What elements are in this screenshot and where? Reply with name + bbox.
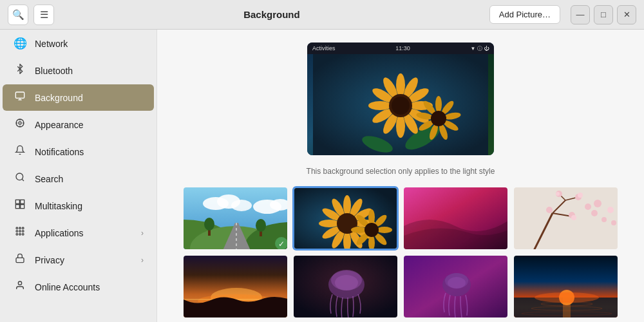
sidebar-item-multitasking[interactable]: Multitasking [3,193,154,219]
sidebar-item-appearance[interactable]: Appearance [3,111,154,138]
svg-point-91 [365,223,379,237]
sidebar-label-network: Network [35,39,144,49]
svg-point-108 [591,210,598,216]
titlebar-title: Background [59,9,484,20]
svg-point-123 [448,277,466,289]
close-button[interactable]: ✕ [617,5,636,24]
svg-point-38 [368,101,392,110]
svg-point-109 [601,217,607,222]
wallpaper-thumb-2[interactable] [292,186,399,251]
preview-image: Activities 11:30 ▼ ⓘ ⏻ [307,43,494,155]
sidebar-label-applications: Applications [35,228,133,238]
svg-point-18 [16,231,18,232]
activities-label: Activities [312,45,336,52]
svg-text:✓: ✓ [278,240,285,249]
svg-point-23 [22,233,24,235]
status-icons: ▼ ⓘ ⏻ [471,45,489,52]
wallpaper-thumb-3[interactable] [402,186,509,251]
svg-point-3 [19,122,21,124]
svg-point-79 [319,220,339,227]
svg-point-100 [556,192,560,196]
wallpaper-thumb-5[interactable] [182,254,289,319]
wallpaper-thumb-8[interactable] [513,254,619,319]
svg-point-87 [368,235,375,251]
main-container: 🌐 Network Bluetooth Background Appearanc… [0,30,644,322]
svg-point-103 [546,207,553,213]
appearance-icon [13,118,27,131]
titlebar-menu-button[interactable]: ☰ [33,5,54,25]
sidebar-label-multitasking: Multitasking [35,201,144,211]
sidebar-item-bluetooth[interactable]: Bluetooth [3,57,154,84]
titlebar-search-button[interactable]: 🔍 [8,5,28,25]
add-picture-button[interactable]: Add Picture… [489,5,560,24]
sidebar: 🌐 Network Bluetooth Background Appearanc… [0,30,157,322]
svg-point-9 [16,173,23,180]
network-icon: 🌐 [13,37,27,50]
wallpaper-thumb-4[interactable] [513,186,619,251]
sidebar-item-network[interactable]: 🌐 Network [3,30,154,57]
sidebar-item-notifications[interactable]: Notifications [3,138,154,165]
search-icon [13,172,27,185]
svg-point-110 [607,207,614,213]
svg-point-70 [343,195,351,216]
sidebar-item-background[interactable]: Background [3,84,154,111]
svg-rect-13 [15,205,19,209]
privacy-icon [13,253,27,267]
svg-point-107 [594,200,601,207]
svg-rect-0 [15,92,24,98]
content-area: Activities 11:30 ▼ ⓘ ⏻ [157,30,644,322]
svg-point-102 [578,193,583,198]
svg-point-29 [396,73,405,97]
svg-point-56 [231,200,252,211]
sidebar-label-search: Search [35,174,144,184]
svg-point-15 [16,227,18,229]
preview-caption: This background selection only applies t… [307,167,495,176]
wallpaper-thumb-6[interactable] [292,254,399,319]
svg-point-64 [204,218,214,231]
sidebar-item-online-accounts[interactable]: Online Accounts [3,274,154,300]
wallpaper-thumb-7[interactable] [402,254,509,319]
minimize-button[interactable]: — [571,5,590,24]
sidebar-label-online-accounts: Online Accounts [35,282,144,292]
applications-chevron-icon: › [141,229,144,238]
svg-point-85 [377,227,392,233]
svg-point-52 [431,111,446,126]
background-icon [13,91,27,104]
svg-rect-11 [15,200,19,204]
svg-line-10 [22,179,24,181]
svg-point-106 [585,204,591,210]
svg-point-128 [535,292,599,303]
svg-rect-24 [16,258,24,262]
preview-container: Activities 11:30 ▼ ⓘ ⏻ [307,43,494,155]
applications-icon [13,226,27,240]
notifications-icon [13,145,27,158]
preview-flower-bg [307,54,494,155]
svg-point-43 [435,96,442,113]
sidebar-label-background: Background [35,93,144,103]
svg-point-16 [19,227,21,229]
svg-point-25 [18,281,21,285]
privacy-chevron-icon: › [141,256,144,265]
svg-point-119 [335,275,358,290]
sidebar-label-privacy: Privacy [35,255,133,265]
titlebar: 🔍 ☰ Background Add Picture… — □ ✕ [0,0,644,30]
svg-point-35 [396,115,405,138]
sidebar-label-notifications: Notifications [35,147,144,157]
sidebar-label-bluetooth: Bluetooth [35,66,144,76]
svg-point-89 [351,227,366,233]
sidebar-item-search[interactable]: Search [3,166,154,192]
wallpaper-thumb-1[interactable]: ✓ [182,186,289,251]
time-label: 11:30 [395,45,410,52]
sidebar-item-applications[interactable]: Applications › [3,220,154,246]
svg-point-105 [571,215,576,220]
svg-point-66 [256,219,266,232]
svg-point-21 [16,233,18,235]
svg-point-111 [611,220,616,225]
maximize-button[interactable]: □ [594,5,613,24]
svg-point-19 [19,231,21,232]
svg-rect-14 [21,205,24,209]
svg-point-83 [368,209,375,225]
window-controls: — □ ✕ [571,5,636,24]
sidebar-item-privacy[interactable]: Privacy › [3,247,154,273]
svg-point-20 [22,231,24,232]
